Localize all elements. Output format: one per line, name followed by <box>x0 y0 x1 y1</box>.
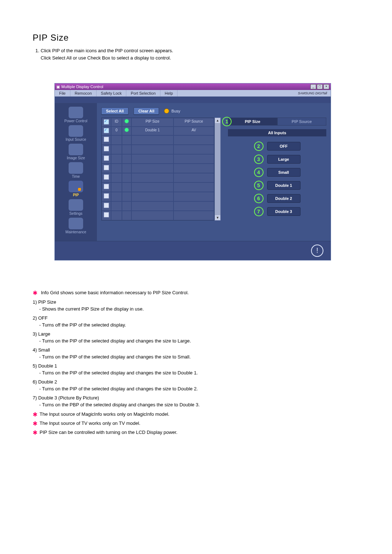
grid-header-id: ID <box>111 118 122 127</box>
grid-row-empty <box>102 211 214 220</box>
menu-remocon[interactable]: Remocon <box>70 90 97 97</box>
grid-header-source: PIP Source <box>173 118 214 127</box>
grid-row-empty <box>102 164 214 173</box>
intro-line2: Click Select All or use Check Box to sel… <box>41 55 171 61</box>
row-pip-size: Double 1 <box>131 127 173 135</box>
desc-item: 1) PIP Size - Shows the current PIP Size… <box>33 299 359 312</box>
option-small-button[interactable]: Small <box>267 168 301 177</box>
sidebar-item-settings[interactable]: Settings <box>55 199 97 216</box>
desc-item: 6) Double 2 - Turns on the PIP of the se… <box>33 379 359 391</box>
grid-row-empty <box>102 201 214 211</box>
star-icon: ✱ <box>33 411 37 418</box>
grid-row-empty <box>102 192 214 201</box>
sidebar-label: Image Size <box>55 156 97 160</box>
callout-1: 1 <box>222 117 232 126</box>
row-status-led <box>125 128 128 132</box>
menu-port-selection[interactable]: Port Selection <box>126 90 160 97</box>
desc-item: 4) Small - Turns on the PIP of the selec… <box>33 347 359 360</box>
grid-scrollbar[interactable]: ▲ ▼ <box>215 118 221 221</box>
minimize-button[interactable]: _ <box>310 84 316 89</box>
sidebar-item-input[interactable]: Input Source <box>55 125 97 141</box>
row-id: 0 <box>111 127 122 135</box>
tab-pip-source[interactable]: PIP Source <box>277 118 327 126</box>
desc-item: 5) Double 1 - Turns on the PIP of the se… <box>33 363 359 376</box>
note-text: The Input source of TV works only on TV … <box>40 420 140 426</box>
note-text: The Input source of MagicInfo works only… <box>40 411 170 417</box>
maintenance-icon <box>69 218 83 229</box>
sidebar-item-time[interactable]: Time <box>55 162 97 178</box>
input-icon <box>69 125 83 137</box>
busy-label: Busy <box>171 109 180 113</box>
option-off-button[interactable]: OFF <box>267 142 301 151</box>
app-icon: ▣ <box>56 85 60 89</box>
image-size-icon <box>69 144 83 155</box>
desc-item: 7) Double 3 (Picture By Picture) - Turns… <box>33 395 359 407</box>
sidebar: Power Control Input Source Image Size Ti… <box>55 103 97 241</box>
option-double1-button[interactable]: Double 1 <box>267 181 301 190</box>
sidebar-label: Power Control <box>55 119 97 123</box>
option-double3-button[interactable]: Double 3 <box>267 207 301 216</box>
status-bar: ! <box>55 241 331 260</box>
callout-4: 4 <box>254 168 264 177</box>
description-list: 1) PIP Size - Shows the current PIP Size… <box>33 299 359 407</box>
info-grid: ID PIP Size PIP Source 0 Double 1 AV <box>101 118 215 221</box>
note-text: PIP Size can be controlled with turning … <box>40 430 177 435</box>
sidebar-item-power[interactable]: Power Control <box>55 107 97 123</box>
brand-logo: SAMSUNG DIGITall <box>298 91 327 95</box>
star-icon: ✱ <box>33 290 37 296</box>
menu-safety-lock[interactable]: Safety Lock <box>97 90 126 97</box>
scroll-up-icon[interactable]: ▲ <box>215 118 220 123</box>
clear-all-button[interactable]: Clear All <box>134 107 159 115</box>
sidebar-item-pip[interactable]: PIP <box>55 181 97 197</box>
callout-7: 7 <box>254 207 264 216</box>
grid-row-empty <box>102 154 214 164</box>
maximize-button[interactable]: □ <box>317 84 323 89</box>
title-bar[interactable]: ▣ Multiple Display Control _ □ × <box>55 83 331 90</box>
page-title: PIP Size <box>33 33 359 43</box>
sidebar-label: Time <box>55 175 97 178</box>
callout-2: 2 <box>254 141 264 151</box>
star-icon: ✱ <box>33 420 37 427</box>
grid-row-empty <box>102 135 214 145</box>
menu-file[interactable]: File <box>55 90 70 97</box>
pip-icon <box>69 181 83 192</box>
sidebar-label: Maintenance <box>55 230 97 234</box>
sidebar-label: PIP <box>55 193 97 197</box>
row-checkbox[interactable] <box>104 128 109 133</box>
intro-list: Click PIP of the main icons and the PIP … <box>41 47 359 61</box>
desc-item: 3) Large - Turns on the PIP of the selec… <box>33 331 359 344</box>
power-icon <box>69 107 83 118</box>
grid-row[interactable]: 0 Double 1 AV <box>102 127 214 135</box>
grid-row-empty <box>102 145 214 154</box>
pip-size-options: 2 OFF 3 Large 4 Small <box>228 141 326 216</box>
sidebar-item-image-size[interactable]: Image Size <box>55 144 97 160</box>
time-icon <box>69 162 83 174</box>
grid-header-size: PIP Size <box>131 118 173 127</box>
menu-bar: File Remocon Safety Lock Port Selection … <box>55 90 331 97</box>
main-panel: Select All Clear All Busy ID <box>97 103 331 241</box>
all-inputs-header: All Inputs <box>228 129 326 136</box>
menu-help[interactable]: Help <box>160 90 178 97</box>
desc-item: 2) OFF - Turns off the PIP of the select… <box>33 315 359 328</box>
grid-header-status <box>122 118 131 127</box>
callout-6: 6 <box>254 194 264 203</box>
callout-3: 3 <box>254 155 264 164</box>
scroll-down-icon[interactable]: ▼ <box>215 215 220 220</box>
info-line: ✱ Info Grid shows some basic information… <box>33 290 359 296</box>
callout-5: 5 <box>254 181 264 190</box>
option-double2-button[interactable]: Double 2 <box>267 194 301 203</box>
notes: ✱The Input source of MagicInfo works onl… <box>33 411 359 436</box>
grid-header-checkbox[interactable] <box>102 118 111 127</box>
close-button[interactable]: × <box>323 84 329 89</box>
select-all-button[interactable]: Select All <box>101 107 128 115</box>
sidebar-item-maintenance[interactable]: Maintenance <box>55 218 97 234</box>
option-large-button[interactable]: Large <box>267 155 301 164</box>
right-panel: 1 PIP Size PIP Source All Inputs 2 OFF <box>224 118 326 221</box>
grid-row-empty <box>102 182 214 192</box>
settings-icon <box>69 199 83 211</box>
busy-indicator: Busy <box>164 108 180 114</box>
tab-pip-size[interactable]: PIP Size <box>228 118 277 126</box>
app-window: ▣ Multiple Display Control _ □ × File Re… <box>54 83 331 260</box>
warning-icon: ! <box>311 245 323 257</box>
star-icon: ✱ <box>33 430 37 436</box>
